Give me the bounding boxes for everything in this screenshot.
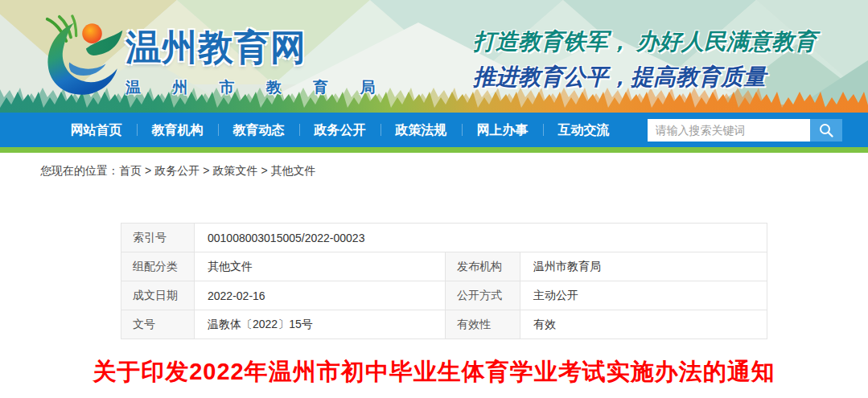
field-label: 文号 <box>121 310 195 339</box>
nav-item-5[interactable]: 政策法规 <box>381 113 462 147</box>
brand-block: 温州教育网 温 州 市 教 育 局 <box>125 24 389 98</box>
slogan-line-2: 推进教育公平，提高教育质量 <box>473 62 817 92</box>
site-title: 温州教育网 <box>125 24 389 72</box>
field-label: 发布机构 <box>446 252 520 281</box>
field-label: 索引号 <box>121 224 195 252</box>
breadcrumb-separator: > <box>200 164 212 177</box>
doc-info-row: 组配分类其他文件发布机构温州市教育局 <box>121 252 767 281</box>
field-label: 有效性 <box>446 310 520 339</box>
search-input[interactable] <box>648 119 810 142</box>
nav-menu: 网站首页教育机构教育动态政务公开政策法规网上办事互动交流 <box>56 113 624 147</box>
slogan-line-1: 打造教育铁军， 办好人民满意教育 <box>473 27 817 57</box>
main-navbar: 网站首页教育机构教育动态政务公开政策法规网上办事互动交流 <box>0 113 868 147</box>
header-slogan: 打造教育铁军， 办好人民满意教育 推进教育公平，提高教育质量 <box>473 27 817 92</box>
field-value: 温州市教育局 <box>520 252 767 281</box>
breadcrumb-trail: 首页>政务公开>政策文件>其他文件 <box>119 164 316 177</box>
site-subtitle: 温 州 市 教 育 局 <box>125 77 389 98</box>
nav-item-7[interactable]: 互动交流 <box>544 113 624 147</box>
breadcrumb-item-2[interactable]: 政务公开 <box>154 164 200 177</box>
field-label: 组配分类 <box>121 252 195 281</box>
doc-info-row: 索引号001008003015005/2022-00023 <box>121 224 767 252</box>
field-value: 001008003015005/2022-00023 <box>195 224 767 252</box>
green-divider-strip <box>0 147 868 153</box>
field-value: 温教体〔2022〕15号 <box>195 310 446 339</box>
breadcrumb-item-1[interactable]: 首页 <box>119 164 142 177</box>
breadcrumb-item-4: 其他文件 <box>271 164 316 177</box>
field-value: 2022-02-16 <box>195 281 446 310</box>
wenzhou-education-logo-icon <box>43 14 127 98</box>
doc-info-section: 索引号001008003015005/2022-00023组配分类其他文件发布机… <box>121 223 868 339</box>
document-title: 关于印发2022年温州市初中毕业生体育学业考试实施办法的通知 <box>0 356 868 388</box>
search-icon <box>818 122 834 138</box>
breadcrumb-prefix: 您现在的位置： <box>40 164 119 177</box>
site-header: 温州教育网 温 州 市 教 育 局 打造教育铁军， 办好人民满意教育 推进教育公… <box>0 0 868 113</box>
breadcrumb: 您现在的位置：首页>政务公开>政策文件>其他文件 <box>40 164 868 178</box>
nav-search <box>648 119 842 142</box>
breadcrumb-separator: > <box>142 164 154 177</box>
nav-item-6[interactable]: 网上办事 <box>463 113 543 147</box>
breadcrumb-item-3[interactable]: 政策文件 <box>212 164 257 177</box>
doc-info-table: 索引号001008003015005/2022-00023组配分类其他文件发布机… <box>121 223 767 339</box>
doc-info-row: 文号温教体〔2022〕15号有效性有效 <box>121 310 767 339</box>
nav-item-3[interactable]: 教育动态 <box>219 113 299 147</box>
doc-info-row: 成文日期2022-02-16公开方式主动公开 <box>121 281 767 310</box>
nav-item-1[interactable]: 网站首页 <box>56 113 137 147</box>
search-button[interactable] <box>810 119 842 142</box>
nav-item-2[interactable]: 教育机构 <box>138 113 218 147</box>
nav-item-4[interactable]: 政务公开 <box>300 113 381 147</box>
page: 温州教育网 温 州 市 教 育 局 打造教育铁军， 办好人民满意教育 推进教育公… <box>0 0 868 398</box>
field-value: 主动公开 <box>520 281 767 310</box>
breadcrumb-separator: > <box>257 164 270 177</box>
field-value: 其他文件 <box>195 252 446 281</box>
field-label: 公开方式 <box>446 281 520 310</box>
field-value: 有效 <box>520 310 767 339</box>
field-label: 成文日期 <box>121 281 195 310</box>
